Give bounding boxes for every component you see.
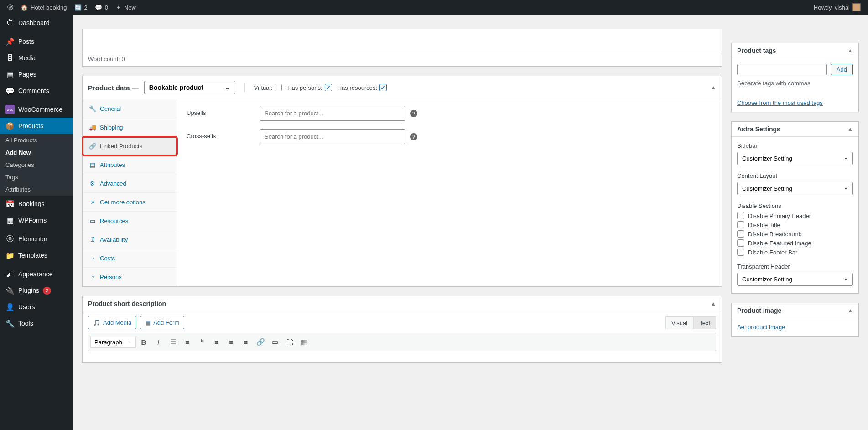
toggle-panel-icon[interactable]: ▲ — [847, 307, 853, 314]
help-icon[interactable]: ? — [410, 110, 417, 117]
product-data-header: Product data — Bookable product Virtual:… — [83, 76, 722, 99]
blockquote-button[interactable]: ❝ — [195, 335, 209, 349]
disable-primary-label: Disable Primary Header — [748, 212, 811, 219]
add-tag-button[interactable]: Add — [831, 64, 853, 75]
align-center-button[interactable]: ≡ — [224, 335, 238, 349]
tab-linked-products[interactable]: 🔗Linked Products — [83, 137, 177, 155]
toggle-panel-icon[interactable]: ▲ — [847, 126, 853, 132]
link-button[interactable]: 🔗 — [254, 335, 267, 349]
disable-title-label: Disable Title — [748, 222, 780, 228]
set-product-image-link[interactable]: Set product image — [737, 324, 785, 331]
sidebar-item-plugins[interactable]: 🔌Plugins 2 — [0, 282, 73, 299]
pin-icon: 📌 — [5, 37, 15, 46]
product-type-select[interactable]: Bookable product — [144, 81, 235, 94]
submenu-attributes[interactable]: Attributes — [0, 183, 73, 196]
submenu-tags[interactable]: Tags — [0, 171, 73, 183]
sidebar-item-products[interactable]: 📦Products — [0, 118, 73, 134]
astra-sidebar-select[interactable]: Customizer Setting — [737, 152, 853, 165]
plus-icon: ＋ — [115, 3, 121, 11]
availability-icon: 🗓 — [89, 236, 96, 243]
more-button[interactable]: ▭ — [268, 335, 282, 349]
tab-attributes[interactable]: ▤Attributes — [83, 155, 177, 174]
astra-header: Astra Settings ▲ — [732, 122, 858, 137]
comments-link[interactable]: 💬0 — [91, 0, 112, 15]
transparent-header-select[interactable]: Customizer Setting — [737, 273, 853, 286]
align-left-button[interactable]: ≡ — [210, 335, 223, 349]
sidebar-item-woocommerce[interactable]: wooWooCommerce — [0, 101, 73, 118]
submenu-categories[interactable]: Categories — [0, 159, 73, 171]
align-right-button[interactable]: ≡ — [239, 335, 253, 349]
help-icon[interactable]: ? — [410, 133, 417, 140]
product-image-title: Product image — [737, 307, 781, 314]
visual-tab[interactable]: Visual — [665, 316, 693, 329]
new-link[interactable]: ＋New — [112, 0, 140, 15]
text-tab[interactable]: Text — [693, 316, 716, 329]
sidebar-item-posts[interactable]: 📌Posts — [0, 33, 73, 50]
site-link[interactable]: 🏠Hotel booking — [17, 0, 71, 15]
ul-button[interactable]: ☰ — [166, 335, 180, 349]
short-description-actions: 🎵Add Media ▤Add Form Visual Text — [83, 311, 722, 329]
sidebar-item-dashboard[interactable]: ⏱Dashboard — [0, 15, 73, 31]
linked-products-content: Upsells ? Cross-sells ? — [177, 99, 722, 286]
tab-shipping[interactable]: 🚚Shipping — [83, 118, 177, 137]
sidebar-item-users[interactable]: 👤Users — [0, 299, 73, 315]
toggle-panel-icon[interactable]: ▲ — [847, 47, 853, 54]
sidebar-item-comments[interactable]: 💬Comments — [0, 83, 73, 99]
tab-costs[interactable]: ▫Costs — [83, 249, 177, 268]
tab-general[interactable]: 🔧General — [83, 99, 177, 118]
tab-resources[interactable]: ▭Resources — [83, 212, 177, 230]
product-tags-panel: Product tags ▲ Add Separate tags with co… — [731, 43, 859, 112]
main-column: Word count: 0 Product data — Bookable pr… — [82, 29, 722, 372]
upsells-input[interactable] — [260, 106, 405, 121]
astra-content-layout-select[interactable]: Customizer Setting — [737, 182, 853, 195]
description-editor-body[interactable] — [82, 29, 722, 52]
disable-footer-checkbox[interactable] — [737, 249, 744, 256]
wp-logo[interactable]: ⓦ — [4, 0, 17, 15]
virtual-option: Virtual: — [254, 84, 282, 91]
disable-breadcrumb-checkbox[interactable] — [737, 230, 744, 238]
add-media-button[interactable]: 🎵Add Media — [88, 316, 136, 329]
toggle-panel-icon[interactable]: ▲ — [711, 300, 716, 307]
ol-button[interactable]: ≡ — [181, 335, 194, 349]
tab-get-more[interactable]: ✳Get more options — [83, 193, 177, 212]
comment-icon: 💬 — [95, 4, 102, 11]
add-form-button[interactable]: ▤Add Form — [140, 316, 184, 329]
sidebar-item-appearance[interactable]: 🖌Appearance — [0, 266, 73, 282]
tag-input[interactable] — [737, 64, 827, 75]
disable-featured-checkbox[interactable] — [737, 239, 744, 247]
sidebar-item-templates[interactable]: 📁Templates — [0, 247, 73, 264]
sidebar-item-media[interactable]: 🎛Media — [0, 50, 73, 66]
sidebar-item-wpforms[interactable]: ▦WPForms — [0, 212, 73, 228]
toggle-panel-icon[interactable]: ▲ — [711, 84, 716, 91]
format-select[interactable]: Paragraph — [90, 337, 136, 348]
choose-tags-link[interactable]: Choose from the most used tags — [737, 99, 823, 106]
disable-primary-checkbox[interactable] — [737, 212, 744, 219]
comment-icon: 💬 — [5, 86, 15, 95]
submenu-add-new[interactable]: Add New — [0, 146, 73, 159]
updates-icon: 🔄 — [74, 4, 82, 11]
has-resources-checkbox[interactable] — [379, 84, 387, 91]
sidebar-item-pages[interactable]: ▤Pages — [0, 66, 73, 83]
brush-icon: 🖌 — [5, 269, 15, 279]
sidebar-item-elementor[interactable]: ⓔElementor — [0, 231, 73, 247]
upsells-label: Upsells — [187, 106, 250, 116]
user-menu[interactable]: Howdy, vishal — [814, 3, 864, 11]
tab-availability[interactable]: 🗓Availability — [83, 230, 177, 249]
tab-persons[interactable]: ▫Persons — [83, 268, 177, 286]
disable-title-checkbox[interactable] — [737, 221, 744, 228]
has-persons-checkbox[interactable] — [325, 84, 332, 91]
virtual-checkbox[interactable] — [275, 84, 282, 91]
updates-link[interactable]: 🔄2 — [71, 0, 91, 15]
calendar-icon: 📅 — [5, 199, 15, 208]
toolbar-toggle-button[interactable]: ▦ — [297, 335, 311, 349]
cross-sells-input[interactable] — [260, 129, 405, 144]
tab-advanced[interactable]: ⚙Advanced — [83, 174, 177, 193]
bold-button[interactable]: B — [137, 335, 151, 349]
sidebar-item-tools[interactable]: 🔧Tools — [0, 315, 73, 332]
sidebar-item-bookings[interactable]: 📅Bookings — [0, 196, 73, 212]
disable-featured-label: Disable Featured Image — [748, 240, 811, 247]
tags-hint: Separate tags with commas — [737, 80, 853, 87]
submenu-all-products[interactable]: All Products — [0, 134, 73, 146]
fullscreen-button[interactable]: ⛶ — [283, 335, 296, 349]
italic-button[interactable]: I — [151, 335, 165, 349]
